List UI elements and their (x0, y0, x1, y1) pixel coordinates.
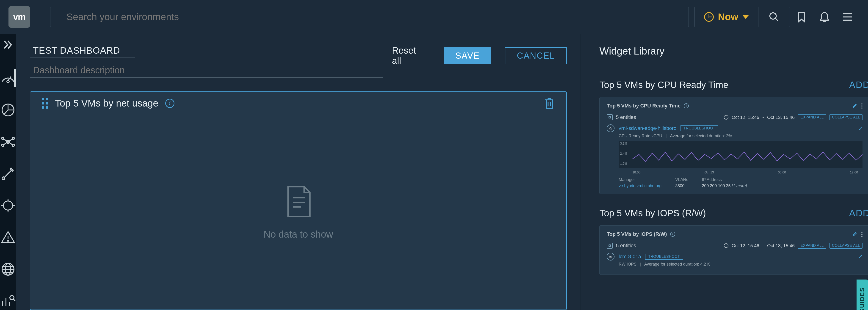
time-to: Oct 13, 15:46 (767, 115, 795, 120)
svg-point-0 (770, 13, 776, 19)
y-tick: 1.7% (620, 162, 627, 165)
vm-name: vrni-sdwan-edge-hillsboro (619, 125, 676, 131)
app-logo[interactable]: vm (0, 0, 38, 34)
y-tick: 3.1% (620, 142, 627, 145)
time-sep: - (762, 243, 764, 248)
topbar: vm Now (0, 0, 868, 34)
svg-point-18 (3, 201, 12, 210)
info-icon[interactable]: i (165, 99, 175, 108)
more-icon (861, 103, 863, 108)
nav-alerts[interactable] (0, 228, 16, 246)
editor-header: TEST DASHBOARD Reset all SAVE CANCEL (30, 45, 567, 78)
logo-text: vm (8, 6, 30, 28)
empty-message: No data to show (264, 229, 333, 240)
nav-topology[interactable] (0, 133, 16, 151)
widget-empty-state: No data to show (30, 115, 566, 310)
widget-preview: Top 5 VMs by IOPS (R/W) i 5 entities (599, 225, 868, 275)
expand-icon: ⤢ (858, 254, 863, 259)
entity-count: 5 entities (616, 243, 636, 249)
guides-tab[interactable]: GUIDES (857, 280, 868, 310)
topbar-actions: Now (694, 7, 859, 27)
y-tick: 2.4% (620, 152, 627, 155)
document-icon (283, 184, 313, 220)
nav-network[interactable] (0, 260, 16, 278)
time-selector-label: Now (718, 11, 738, 23)
nav-segments[interactable] (0, 101, 16, 119)
nav-target[interactable] (0, 196, 16, 215)
time-sep: - (762, 115, 764, 120)
entity-count: 5 entities (616, 114, 636, 120)
x-tick: Oct 13 (704, 170, 714, 174)
meta-label: VLANs (675, 177, 688, 182)
delete-widget-button[interactable] (544, 97, 555, 110)
nav-tools[interactable] (0, 165, 16, 183)
add-widget-button[interactable]: ADD (849, 80, 868, 90)
collapse-all-button: COLLAPSE ALL (830, 243, 863, 249)
reset-all-button[interactable]: Reset all (392, 45, 430, 66)
meta-value: 200.200.100.35 (702, 184, 731, 188)
metric-avg: Average for selected duration: 4.2 K (644, 262, 710, 267)
save-button[interactable]: SAVE (444, 47, 491, 64)
meta-label: IP Address (702, 177, 747, 182)
search-input[interactable] (51, 11, 688, 23)
expand-all-button: EXPAND ALL (798, 114, 826, 120)
library-item-title: Top 5 VMs by IOPS (R/W) (599, 208, 706, 218)
expand-all-button: EXPAND ALL (798, 243, 826, 249)
search-button[interactable] (758, 7, 790, 27)
info-icon: i (670, 231, 675, 237)
drag-handle-icon[interactable] (42, 98, 48, 108)
widget-card-header: Top 5 VMs by net usage i (30, 92, 566, 115)
preview-chart: 3.1% 2.4% 1.7% (619, 141, 863, 168)
library-item: Top 5 VMs by IOPS (R/W) ADD Top 5 VMs by… (599, 208, 868, 275)
vm-name: lcm-8-01a (619, 254, 641, 259)
search-bar[interactable] (50, 7, 689, 27)
library-item-title: Top 5 VMs by CPU Ready Time (599, 80, 728, 90)
info-icon: i (684, 103, 689, 108)
x-tick: 12:00 (850, 170, 858, 174)
clock-icon (724, 243, 728, 248)
chevron-down-icon (742, 15, 749, 19)
widget-preview: Top 5 VMs by CPU Ready Time i 5 entities (599, 97, 868, 194)
dashboard-description-input[interactable] (30, 65, 383, 78)
metric-avg: Average for selected duration: 2% (670, 133, 732, 138)
notifications-button[interactable] (813, 7, 836, 27)
left-nav-rail (0, 34, 16, 310)
metric-name: CPU Ready Rate vCPU (619, 133, 662, 138)
expand-icon: ⤢ (858, 125, 863, 131)
dashboard-editor: TEST DASHBOARD Reset all SAVE CANCEL Top… (16, 34, 581, 310)
clock-icon (724, 115, 728, 120)
entity-icon (607, 243, 613, 249)
dashboard-title-input[interactable]: TEST DASHBOARD (30, 45, 135, 58)
library-item: Top 5 VMs by CPU Ready Time ADD Top 5 VM… (599, 80, 868, 194)
meta-more: [1 more] (732, 184, 747, 188)
edit-icon (852, 231, 857, 237)
preview-header: Top 5 VMs by CPU Ready Time (607, 103, 681, 109)
widget-title: Top 5 VMs by net usage (55, 98, 158, 109)
bookmark-button[interactable] (790, 7, 813, 27)
widget-card: Top 5 VMs by net usage i No data to show (30, 91, 567, 310)
meta-value: 3500 (675, 184, 688, 188)
troubleshoot-badge: TROUBLESHOOT (645, 254, 683, 259)
add-widget-button[interactable]: ADD (849, 208, 868, 218)
time-from: Oct 12, 15:46 (732, 243, 759, 248)
meta-label: Manager (619, 177, 661, 182)
svg-line-1 (775, 18, 778, 21)
svg-point-24 (7, 240, 8, 241)
expand-rail-button[interactable] (1, 38, 15, 51)
vm-icon: ◎ (607, 124, 615, 132)
troubleshoot-badge: TROUBLESHOOT (681, 125, 718, 131)
time-from: Oct 12, 15:46 (732, 115, 759, 120)
nav-dashboard[interactable] (0, 69, 16, 87)
time-to: Oct 13, 15:46 (767, 243, 795, 248)
time-selector[interactable]: Now (694, 7, 758, 27)
entity-icon (607, 114, 613, 120)
clock-icon (704, 12, 714, 22)
menu-button[interactable] (836, 7, 859, 27)
x-tick: 18:00 (632, 170, 641, 174)
nav-analytics[interactable] (0, 292, 16, 310)
svg-line-34 (13, 299, 15, 301)
metric-name: RW IOPS (619, 262, 637, 267)
preview-header: Top 5 VMs by IOPS (R/W) (607, 231, 667, 237)
more-icon (861, 231, 863, 237)
cancel-button[interactable]: CANCEL (505, 47, 567, 64)
